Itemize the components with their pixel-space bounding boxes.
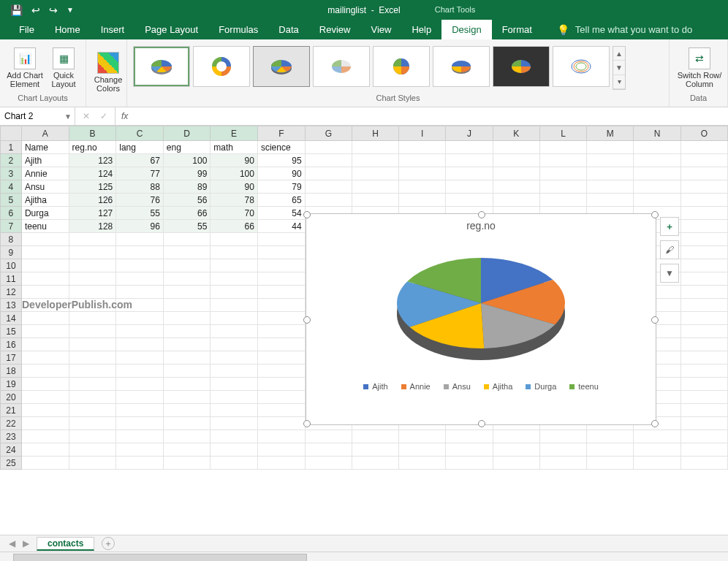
column-header[interactable]: L bbox=[539, 126, 586, 141]
row-header[interactable]: 2 bbox=[1, 154, 22, 167]
cell[interactable] bbox=[21, 378, 69, 391]
sheet-nav-prev-icon[interactable]: ◀ bbox=[9, 538, 15, 549]
name-box-dropdown-icon[interactable]: ▼ bbox=[64, 112, 72, 121]
cell[interactable]: 56 bbox=[163, 194, 211, 207]
cell[interactable] bbox=[257, 443, 305, 457]
chart-resize-handle[interactable] bbox=[651, 316, 659, 324]
tab-review[interactable]: Review bbox=[309, 20, 361, 39]
legend-item[interactable]: Durga bbox=[526, 382, 556, 391]
cell[interactable] bbox=[399, 457, 446, 470]
cell[interactable] bbox=[305, 141, 352, 154]
cell[interactable] bbox=[680, 154, 727, 167]
cell[interactable] bbox=[257, 430, 305, 443]
cell[interactable] bbox=[587, 457, 634, 470]
cell[interactable] bbox=[163, 457, 211, 470]
cell[interactable] bbox=[257, 365, 305, 378]
chart-style-6[interactable] bbox=[433, 46, 490, 87]
chart-resize-handle[interactable] bbox=[478, 420, 485, 427]
cancel-formula-icon[interactable]: ✕ bbox=[83, 111, 90, 121]
cell[interactable] bbox=[211, 286, 258, 299]
cell[interactable] bbox=[21, 391, 69, 404]
row-header[interactable]: 7 bbox=[1, 220, 22, 233]
cell[interactable]: 66 bbox=[211, 220, 258, 233]
cell[interactable] bbox=[587, 180, 634, 194]
cell[interactable] bbox=[493, 194, 539, 207]
cell[interactable] bbox=[21, 325, 69, 338]
fx-label[interactable]: fx bbox=[115, 107, 134, 125]
cell[interactable]: 67 bbox=[116, 154, 164, 167]
cell[interactable] bbox=[634, 457, 680, 470]
cell[interactable] bbox=[680, 272, 727, 286]
tab-design[interactable]: Design bbox=[441, 20, 491, 39]
embedded-chart[interactable]: ＋ 🖌 ▼ reg.no AjithAnnieAnsuAjithaDurgate… bbox=[306, 213, 656, 425]
cell[interactable] bbox=[163, 299, 211, 312]
cell[interactable] bbox=[587, 430, 634, 443]
tab-help[interactable]: Help bbox=[401, 20, 441, 39]
row-header[interactable]: 12 bbox=[1, 286, 22, 299]
cell[interactable] bbox=[680, 325, 727, 338]
cell[interactable]: 55 bbox=[116, 207, 164, 220]
cell[interactable] bbox=[69, 351, 116, 365]
legend-item[interactable]: Ajith bbox=[363, 382, 387, 391]
cell[interactable] bbox=[446, 457, 493, 470]
cell[interactable]: science bbox=[257, 141, 305, 154]
redo-icon[interactable]: ↪ bbox=[49, 4, 58, 16]
cell[interactable] bbox=[21, 312, 69, 325]
cell[interactable] bbox=[211, 391, 258, 404]
cell[interactable] bbox=[493, 167, 539, 180]
cell[interactable]: 76 bbox=[116, 194, 164, 207]
cell[interactable] bbox=[69, 378, 116, 391]
cell[interactable] bbox=[163, 338, 211, 351]
cell[interactable] bbox=[257, 457, 305, 470]
cell[interactable] bbox=[587, 194, 634, 207]
cell[interactable] bbox=[634, 167, 680, 180]
cell[interactable]: 44 bbox=[257, 220, 305, 233]
cell[interactable] bbox=[69, 338, 116, 351]
chart-styles-more[interactable]: ▲▼▾ bbox=[613, 46, 626, 90]
cell[interactable] bbox=[211, 378, 258, 391]
cell[interactable] bbox=[116, 443, 164, 457]
cell[interactable] bbox=[163, 259, 211, 272]
cell[interactable] bbox=[680, 141, 727, 154]
cell[interactable]: 123 bbox=[69, 154, 116, 167]
cell[interactable] bbox=[211, 457, 258, 470]
cell[interactable] bbox=[634, 154, 680, 167]
new-sheet-button[interactable]: ＋ bbox=[102, 537, 115, 550]
cell[interactable]: Ajitha bbox=[21, 194, 69, 207]
cell[interactable] bbox=[116, 272, 164, 286]
cell[interactable] bbox=[21, 286, 69, 299]
cell[interactable] bbox=[21, 259, 69, 272]
row-header[interactable]: 9 bbox=[1, 246, 22, 259]
cell[interactable]: math bbox=[211, 141, 258, 154]
cell[interactable] bbox=[163, 233, 211, 246]
cell[interactable] bbox=[680, 167, 727, 180]
cell[interactable] bbox=[69, 391, 116, 404]
column-header[interactable]: I bbox=[399, 126, 446, 141]
pie-3d[interactable] bbox=[371, 239, 591, 370]
cell[interactable]: 55 bbox=[163, 220, 211, 233]
cell[interactable] bbox=[69, 325, 116, 338]
switch-row-column-button[interactable]: ⇄ Switch Row/ Column bbox=[675, 47, 724, 88]
cell[interactable]: 96 bbox=[116, 220, 164, 233]
cell[interactable] bbox=[257, 417, 305, 430]
legend-item[interactable]: Ansu bbox=[444, 382, 471, 391]
tab-page-layout[interactable]: Page Layout bbox=[134, 20, 208, 39]
cell[interactable]: 126 bbox=[69, 194, 116, 207]
cell[interactable]: 89 bbox=[163, 180, 211, 194]
chart-resize-handle[interactable] bbox=[303, 316, 311, 324]
cell[interactable] bbox=[352, 194, 398, 207]
cell[interactable]: reg.no bbox=[69, 141, 116, 154]
cell[interactable] bbox=[163, 286, 211, 299]
cell[interactable] bbox=[163, 417, 211, 430]
tab-format[interactable]: Format bbox=[492, 20, 542, 39]
cell[interactable] bbox=[399, 141, 446, 154]
cell[interactable] bbox=[69, 365, 116, 378]
cell[interactable] bbox=[21, 404, 69, 417]
cell[interactable] bbox=[587, 154, 634, 167]
cell[interactable]: 100 bbox=[163, 154, 211, 167]
chart-resize-handle[interactable] bbox=[303, 211, 311, 218]
row-header[interactable]: 19 bbox=[1, 378, 22, 391]
name-box[interactable]: ▼ bbox=[0, 107, 75, 125]
cell[interactable] bbox=[211, 246, 258, 259]
cell[interactable] bbox=[69, 259, 116, 272]
